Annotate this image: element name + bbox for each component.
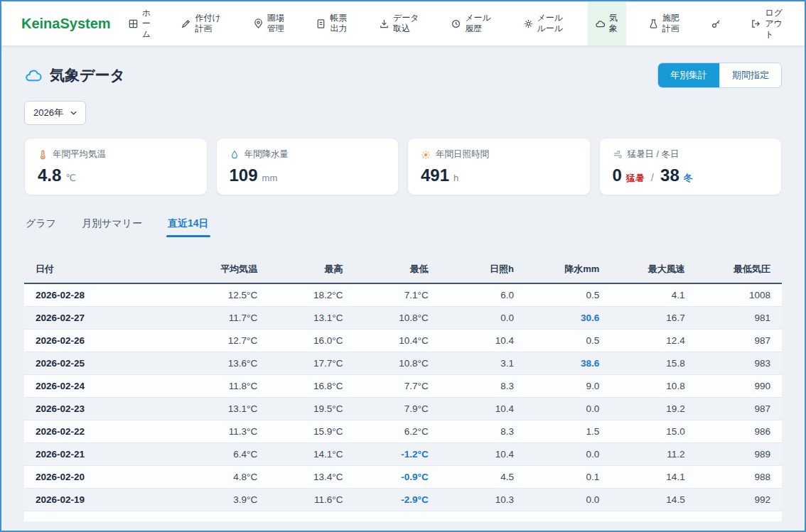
nav-item-label: 気象 xyxy=(609,13,619,34)
sun-icon xyxy=(421,150,431,160)
table-row: 2026-02-26 12.7°C 16.0°C 10.4°C 10.4 0.5… xyxy=(24,330,782,352)
nav-item-label: 帳票出力 xyxy=(330,13,350,34)
nav-item-label: 圃場管理 xyxy=(267,13,287,34)
thermometer-icon xyxy=(38,150,48,160)
nav-item-label: ホーム xyxy=(142,8,152,40)
cell-precipitation: 1.5 xyxy=(525,420,611,443)
nav-item-home[interactable]: ホーム xyxy=(121,1,159,45)
cell-min-temp: 10.8°C xyxy=(354,352,439,375)
cell-avg-temp: 4.8°C xyxy=(183,466,269,489)
cell-min-temp: 10.4°C xyxy=(354,330,439,352)
nav-item-mail-history[interactable]: メール履歴 xyxy=(444,1,500,45)
cell-max-temp: 16.8°C xyxy=(269,375,354,398)
stat-card-precipitation: 年間降水量 109 mm xyxy=(216,138,399,195)
planting-plan-icon xyxy=(181,18,191,29)
mail-history-icon xyxy=(451,18,461,29)
table-row: 2026-02-23 13.1°C 19.5°C 7.9°C 10.4 0.0 … xyxy=(24,398,782,420)
weather-table: 日付 平均気温 最高 最低 日照h 降水mm 最大風速 最低気圧 2026-02… xyxy=(24,256,782,511)
cell-max-temp: 18.2°C xyxy=(269,283,354,307)
table-row: 2026-02-22 11.3°C 15.9°C 6.2°C 8.3 1.5 1… xyxy=(24,420,782,443)
nav-item-label: メール履歴 xyxy=(465,13,493,34)
cell-max-temp: 13.4°C xyxy=(269,466,354,489)
cell-max-wind: 15.8 xyxy=(611,352,696,375)
nav-item-label: 施肥計画 xyxy=(662,13,682,34)
weather-icon xyxy=(595,18,606,29)
logout-icon xyxy=(751,18,761,29)
cold-days-value: 38 xyxy=(660,165,679,185)
table-row: 2026-02-28 12.5°C 18.2°C 7.1°C 6.0 0.5 4… xyxy=(24,283,782,307)
chevron-down-icon xyxy=(70,111,77,115)
cell-max-wind: 4.1 xyxy=(611,283,696,307)
stat-unit: mm xyxy=(262,173,278,183)
cell-max-wind: 12.4 xyxy=(611,330,696,352)
nav-item-mail-rules[interactable]: メールルール xyxy=(516,1,573,45)
cell-sunshine: 10.4 xyxy=(440,443,525,466)
cell-min-temp: -2.9°C xyxy=(354,489,439,511)
app-logo[interactable]: KeinaSystem xyxy=(21,16,111,32)
cell-min-temp: 7.1°C xyxy=(354,283,439,307)
header-precipitation: 降水mm xyxy=(525,256,611,283)
cell-precipitation: 30.6 xyxy=(525,307,611,330)
nav-item-label: メールルール xyxy=(537,13,566,34)
nav-item-report-output[interactable]: 帳票出力 xyxy=(308,1,357,45)
stat-label: 年間降水量 xyxy=(245,148,289,161)
cell-precipitation: 0.1 xyxy=(525,466,611,489)
cell-avg-temp: 12.7°C xyxy=(183,330,269,352)
nav-item-weather[interactable]: 気象 xyxy=(588,1,626,45)
nav-item-field-management[interactable]: 圃場管理 xyxy=(246,1,294,45)
cell-max-temp: 17.7°C xyxy=(269,352,354,375)
cell-avg-temp: 12.5°C xyxy=(183,283,269,307)
cell-date: 2026-02-26 xyxy=(24,330,183,352)
cell-min-pressure: 987 xyxy=(697,330,782,352)
nav-item-planting-plan[interactable]: 作付け計画 xyxy=(173,1,230,45)
data-import-icon xyxy=(379,18,389,29)
tab-monthly-summary[interactable]: 月別サマリー xyxy=(80,213,144,237)
table-row: 2026-02-20 4.8°C 13.4°C -0.9°C 4.5 0.1 1… xyxy=(24,466,782,489)
nav-item-label: ログアウト xyxy=(765,8,785,40)
cell-sunshine: 0.0 xyxy=(440,307,525,330)
table-row: 2026-02-19 3.9°C 11.6°C -2.9°C 10.3 0.0 … xyxy=(24,489,782,511)
cell-max-temp: 15.9°C xyxy=(269,420,354,443)
stat-cards: 年間平均気温 4.8 ℃ 年間降水量 109 mm xyxy=(24,138,782,195)
period-select-button[interactable]: 期間指定 xyxy=(719,63,781,87)
page-title: 気象データ xyxy=(50,65,125,85)
cell-avg-temp: 13.1°C xyxy=(183,398,269,420)
stat-card-avg-temp: 年間平均気温 4.8 ℃ xyxy=(24,138,208,195)
cell-avg-temp: 13.6°C xyxy=(183,352,269,375)
tab-recent-14days[interactable]: 直近14日 xyxy=(166,213,210,237)
header-avg-temp: 平均気温 xyxy=(183,256,269,283)
tab-graph[interactable]: グラフ xyxy=(24,213,58,237)
cell-avg-temp: 11.8°C xyxy=(183,375,269,398)
cell-sunshine: 10.3 xyxy=(440,489,525,511)
table-row-partial xyxy=(24,511,782,521)
stat-unit: ℃ xyxy=(65,173,76,183)
value-separator: / xyxy=(649,171,656,183)
cell-avg-temp: 3.9°C xyxy=(183,489,269,511)
cell-max-temp: 11.6°C xyxy=(269,489,354,511)
yearly-summary-button[interactable]: 年別集計 xyxy=(658,63,719,87)
nav-item-fertilization-plan[interactable]: 施肥計画 xyxy=(641,1,689,45)
year-select[interactable]: 2026年 xyxy=(24,101,86,125)
nav-items: ホーム 作付け計画 圃場管理 帳票出力 データ取込 xyxy=(121,1,792,45)
stat-card-sunshine: 年間日照時間 491 h xyxy=(407,138,591,195)
header-max-wind: 最大風速 xyxy=(611,256,696,283)
field-management-icon xyxy=(253,18,264,29)
nav-item-key[interactable] xyxy=(704,1,729,45)
cell-avg-temp: 6.4°C xyxy=(183,443,269,466)
cell-min-temp: -0.9°C xyxy=(354,466,439,489)
cell-max-temp: 14.1°C xyxy=(269,443,354,466)
cell-max-wind: 15.0 xyxy=(611,420,696,443)
fertilization-plan-icon xyxy=(648,18,659,29)
cell-avg-temp: 11.3°C xyxy=(183,420,269,443)
cell-date: 2026-02-28 xyxy=(24,283,183,307)
table-row: 2026-02-27 11.7°C 13.1°C 10.8°C 0.0 30.6… xyxy=(24,307,782,330)
stat-label: 年間日照時間 xyxy=(436,148,489,161)
cell-min-pressure: 1008 xyxy=(697,283,782,307)
nav-item-data-import[interactable]: データ取込 xyxy=(372,1,429,45)
cell-max-wind: 16.7 xyxy=(611,307,696,330)
header-max-temp: 最高 xyxy=(269,256,354,283)
nav-item-label: データ取込 xyxy=(393,13,421,34)
cell-min-temp: 7.9°C xyxy=(354,398,439,420)
cloud-icon xyxy=(24,66,43,85)
nav-item-logout[interactable]: ログアウト xyxy=(743,1,792,45)
